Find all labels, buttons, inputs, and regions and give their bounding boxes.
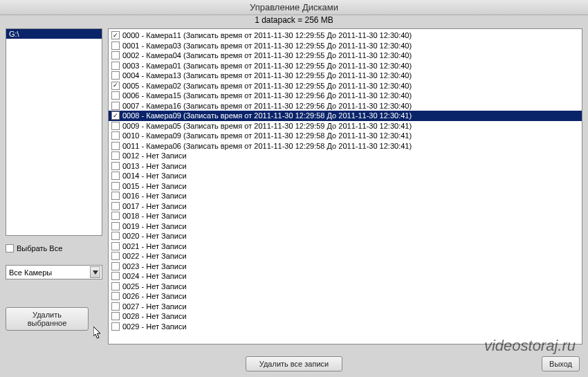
record-label: 0008 - Камера09 (Записать время от 2011-… <box>122 111 412 120</box>
window-title: Управление Дисками <box>0 0 588 15</box>
record-label: 0024 - Нет Записи <box>122 272 187 280</box>
datapack-info: 1 datapack = 256 MB <box>0 15 588 26</box>
record-row[interactable]: 0010 - Камера09 (Записать время от 2011-… <box>109 131 582 141</box>
select-all-row[interactable]: Выбрать Все <box>6 243 102 254</box>
record-checkbox[interactable] <box>111 91 120 100</box>
record-label: 0009 - Камера05 (Записать время от 2011-… <box>122 122 412 130</box>
camera-filter-value: Все Камеры <box>9 268 52 277</box>
record-label: 0021 - Нет Записи <box>122 242 187 250</box>
record-checkbox[interactable] <box>111 172 120 180</box>
record-checkbox[interactable] <box>111 42 120 50</box>
record-checkbox[interactable] <box>111 222 120 230</box>
record-checkbox[interactable] <box>111 202 120 210</box>
record-checkbox[interactable] <box>111 312 120 320</box>
record-checkbox[interactable] <box>111 212 120 220</box>
drive-item[interactable]: G:\ <box>6 29 102 39</box>
record-checkbox[interactable] <box>111 122 120 130</box>
record-row[interactable]: 0014 - Нет Записи <box>109 171 582 181</box>
delete-selected-button[interactable]: Удалить выбранное <box>6 307 89 331</box>
record-label: 0027 - Нет Записи <box>122 302 187 311</box>
record-row[interactable]: 0007 - Камера16 (Записать время от 2011-… <box>109 101 582 111</box>
drive-list[interactable]: G:\ <box>6 28 102 236</box>
record-label: 0001 - Камера03 (Записать время от 2011-… <box>122 42 412 50</box>
delete-all-button[interactable]: Удалить все записи <box>246 356 342 371</box>
exit-button[interactable]: Выход <box>542 356 580 371</box>
record-checkbox[interactable] <box>111 131 120 140</box>
record-row[interactable]: 0022 - Нет Записи <box>109 251 582 261</box>
record-label: 0022 - Нет Записи <box>122 252 187 260</box>
record-label: 0006 - Камера15 (Записать время от 2011-… <box>122 91 412 100</box>
record-label: 0019 - Нет Записи <box>122 222 187 230</box>
record-row[interactable]: 0013 - Нет Записи <box>109 161 582 172</box>
record-row[interactable]: 0004 - Камера13 (Записать время от 2011-… <box>109 71 582 81</box>
select-all-checkbox[interactable] <box>6 244 14 252</box>
record-row[interactable]: 0019 - Нет Записи <box>109 221 582 232</box>
record-label: 0002 - Камера04 (Записать время от 2011-… <box>122 51 412 59</box>
record-label: 0023 - Нет Записи <box>122 262 187 270</box>
record-row[interactable]: 0024 - Нет Записи <box>109 271 582 282</box>
chevron-down-icon[interactable] <box>90 266 100 278</box>
record-row[interactable]: 0017 - Нет Записи <box>109 201 582 212</box>
record-label: 0000 - Камера11 (Записать время от 2011-… <box>122 31 412 39</box>
record-row[interactable]: 0026 - Нет Записи <box>109 291 582 302</box>
record-row[interactable]: 0020 - Нет Записи <box>109 231 582 241</box>
record-row[interactable]: ✓0000 - Камера11 (Записать время от 2011… <box>109 30 582 41</box>
bottom-bar: Удалить все записи <box>0 356 588 371</box>
record-label: 0015 - Нет Записи <box>122 182 187 190</box>
record-label: 0012 - Нет Записи <box>122 151 187 160</box>
record-label: 0028 - Нет Записи <box>122 312 187 320</box>
record-checkbox[interactable] <box>111 232 120 240</box>
record-checkbox[interactable] <box>111 162 120 170</box>
record-row[interactable]: 0025 - Нет Записи <box>109 282 582 292</box>
record-row[interactable]: ✓0005 - Камера02 (Записать время от 2011… <box>109 81 582 91</box>
record-label: 0029 - Нет Записи <box>122 322 187 331</box>
record-checkbox[interactable] <box>111 302 120 311</box>
record-checkbox[interactable] <box>111 151 120 160</box>
record-row[interactable]: 0001 - Камера03 (Записать время от 2011-… <box>109 41 582 51</box>
record-checkbox[interactable] <box>111 62 120 70</box>
record-checkbox[interactable] <box>111 102 120 110</box>
record-row[interactable]: ✓0008 - Камера09 (Записать время от 2011… <box>109 111 582 121</box>
record-checkbox[interactable] <box>111 242 120 250</box>
record-checkbox[interactable] <box>111 252 120 260</box>
record-checkbox[interactable] <box>111 71 120 80</box>
record-checkbox[interactable] <box>111 142 120 150</box>
camera-filter-select[interactable]: Все Камеры <box>6 265 102 279</box>
record-checkbox[interactable]: ✓ <box>111 82 120 90</box>
left-panel: G:\ Выбрать Все Все Камеры Удалить выбра… <box>6 28 102 344</box>
record-checkbox[interactable] <box>111 262 120 270</box>
main-area: G:\ Выбрать Все Все Камеры Удалить выбра… <box>0 26 588 344</box>
record-row[interactable]: 0002 - Камера04 (Записать время от 2011-… <box>109 50 582 61</box>
record-checkbox[interactable] <box>111 182 120 190</box>
record-row[interactable]: 0003 - Камера01 (Записать время от 2011-… <box>109 61 582 71</box>
record-row[interactable]: 0006 - Камера15 (Записать время от 2011-… <box>109 91 582 101</box>
record-label: 0013 - Нет Записи <box>122 162 187 170</box>
record-label: 0017 - Нет Записи <box>122 202 187 210</box>
record-row[interactable]: 0015 - Нет Записи <box>109 181 582 192</box>
record-checkbox[interactable] <box>111 292 120 300</box>
record-row[interactable]: 0027 - Нет Записи <box>109 302 582 312</box>
record-checkbox[interactable] <box>111 272 120 280</box>
record-label: 0016 - Нет Записи <box>122 192 187 200</box>
record-row[interactable]: 0009 - Камера05 (Записать время от 2011-… <box>109 121 582 131</box>
record-label: 0005 - Камера02 (Записать время от 2011-… <box>122 82 412 90</box>
record-checkbox[interactable]: ✓ <box>111 111 120 120</box>
record-checkbox[interactable] <box>111 282 120 291</box>
record-label: 0025 - Нет Записи <box>122 282 187 291</box>
record-checkbox[interactable] <box>111 192 120 200</box>
record-row[interactable]: 0028 - Нет Записи <box>109 311 582 322</box>
record-row[interactable]: 0011 - Камера06 (Записать время от 2011-… <box>109 141 582 151</box>
record-list[interactable]: ✓0000 - Камера11 (Записать время от 2011… <box>108 28 582 344</box>
record-checkbox[interactable] <box>111 51 120 59</box>
record-row[interactable]: 0023 - Нет Записи <box>109 261 582 272</box>
record-checkbox[interactable]: ✓ <box>111 31 120 39</box>
record-row[interactable]: 0012 - Нет Записи <box>109 151 582 161</box>
record-label: 0026 - Нет Записи <box>122 292 187 300</box>
record-row[interactable]: 0029 - Нет Записи <box>109 322 582 332</box>
record-checkbox[interactable] <box>111 322 120 331</box>
record-row[interactable]: 0016 - Нет Записи <box>109 191 582 201</box>
record-row[interactable]: 0018 - Нет Записи <box>109 211 582 221</box>
record-label: 0004 - Камера13 (Записать время от 2011-… <box>122 71 412 80</box>
record-label: 0011 - Камера06 (Записать время от 2011-… <box>122 142 412 150</box>
record-row[interactable]: 0021 - Нет Записи <box>109 241 582 252</box>
